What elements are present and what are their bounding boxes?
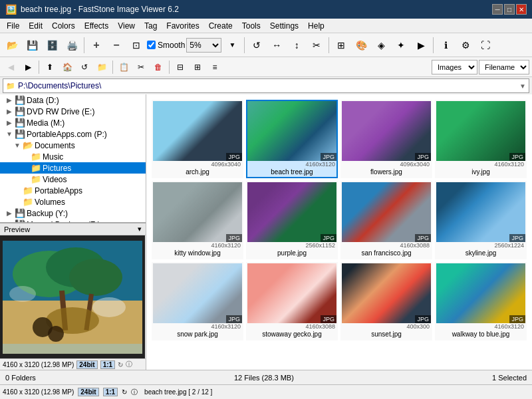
flip-h-button[interactable]: ↔ bbox=[267, 36, 286, 55]
thumb-image-sunset bbox=[342, 263, 431, 323]
nav-newfolder-button[interactable]: 📁 bbox=[94, 59, 110, 75]
tree-item-backup[interactable]: ▶💾Backup (Y:) bbox=[0, 207, 146, 219]
path-dropdown-icon[interactable]: ▼ bbox=[519, 82, 526, 90]
tree-item-music[interactable]: 📁Music bbox=[0, 151, 146, 162]
zoom-out-button[interactable]: − bbox=[107, 36, 126, 55]
pathbar[interactable]: 📁 P:\Documents\Pictures\ ▼ bbox=[3, 78, 529, 93]
menu-create[interactable]: Create bbox=[205, 20, 237, 32]
nav-home-button[interactable]: 🏠 bbox=[59, 59, 75, 75]
sort-select[interactable]: Filename Date Size bbox=[479, 60, 529, 74]
tree-item-dvd[interactable]: ▶💾DVD RW Drive (E:) bbox=[0, 106, 146, 117]
fit-screen-button[interactable]: ⊡ bbox=[127, 36, 146, 55]
slideshow-button[interactable]: ▶ bbox=[412, 36, 430, 55]
info-icon[interactable]: ⓘ bbox=[126, 360, 132, 369]
menu-settings[interactable]: Settings bbox=[266, 20, 303, 32]
info-button[interactable]: ℹ bbox=[436, 36, 455, 55]
nav-move-button[interactable]: ✂ bbox=[133, 59, 149, 75]
zoom-select[interactable]: 5% 10% 25% 50% 75% 100% bbox=[186, 38, 221, 53]
nav-view1-button[interactable]: ⊟ bbox=[172, 59, 188, 75]
menu-tag[interactable]: Tag bbox=[140, 20, 161, 32]
colors-button[interactable]: 🎨 bbox=[352, 36, 370, 55]
maximize-button[interactable]: □ bbox=[504, 4, 515, 15]
open-button[interactable]: 📂 bbox=[3, 36, 21, 55]
menu-view[interactable]: View bbox=[114, 20, 139, 32]
thumb-badge-sf: JPG bbox=[415, 234, 431, 242]
resize-button[interactable]: ⊞ bbox=[332, 36, 350, 55]
preview-image bbox=[0, 235, 145, 358]
zoom-in-button[interactable]: + bbox=[87, 36, 106, 55]
filter-select[interactable]: Images All Files bbox=[432, 60, 477, 74]
svg-point-4 bbox=[69, 259, 122, 296]
thumb-item-skyline[interactable]: JPG2560x1224skyline.jpg bbox=[435, 181, 527, 259]
nav-delete-button[interactable]: 🗑 bbox=[150, 59, 166, 75]
save-button[interactable]: 💾 bbox=[23, 36, 41, 55]
preview-toggle-icon[interactable]: ▾ bbox=[138, 225, 142, 233]
preview-label-bar: Preview ▾ bbox=[0, 223, 146, 235]
effects-button[interactable]: ✦ bbox=[392, 36, 410, 55]
thumb-item-gecko[interactable]: JPG4160x3088stowaway gecko.jpg bbox=[246, 262, 338, 340]
thumb-item-sf[interactable]: JPG4160x3088san francisco.jpg bbox=[340, 181, 432, 259]
tree-item-volumes[interactable]: 📁Volumes bbox=[0, 196, 146, 207]
nav-view2-button[interactable]: ⊞ bbox=[190, 59, 205, 75]
close-button[interactable]: ✕ bbox=[516, 4, 527, 15]
nav-back-button[interactable]: ◀ bbox=[3, 59, 19, 75]
nav-refresh-button[interactable]: ↺ bbox=[76, 59, 92, 75]
rotate-info-icon[interactable]: ↻ bbox=[122, 388, 127, 396]
nav-view3-button[interactable]: ≡ bbox=[207, 59, 223, 75]
thumb-item-purple[interactable]: JPG2560x1152purple.jpg bbox=[246, 181, 338, 259]
tree-item-portableapps2[interactable]: 📁PortableApps bbox=[0, 185, 146, 196]
nav-copy-button[interactable]: 📋 bbox=[116, 59, 132, 75]
thumb-inner-kitty: JPG bbox=[153, 182, 242, 242]
thumb-item-ivy[interactable]: JPG4160x3120ivy.jpg bbox=[435, 100, 527, 178]
menu-help[interactable]: Help bbox=[304, 20, 329, 32]
sharpen-button[interactable]: ◈ bbox=[372, 36, 390, 55]
folder-icon-videos: 📁 bbox=[31, 174, 41, 184]
main-area: ▶💾Data (D:)▶💾DVD RW Drive (E:)▶💾Media (M… bbox=[0, 94, 532, 370]
menu-effects[interactable]: Effects bbox=[80, 20, 112, 32]
folder-icon-music: 📁 bbox=[31, 152, 41, 162]
thumb-item-arch[interactable]: JPG4096x3040arch.jpg bbox=[152, 100, 243, 178]
thumb-item-snow[interactable]: JPG4160x3120snow park.jpg bbox=[152, 262, 243, 340]
menu-tools[interactable]: Tools bbox=[238, 20, 265, 32]
thumb-image-kitty bbox=[153, 182, 242, 242]
thumb-item-kitty[interactable]: JPG4160x3120kitty window.jpg bbox=[152, 181, 243, 259]
smooth-checkbox[interactable] bbox=[147, 41, 156, 49]
tree-item-documents[interactable]: ▼📂Documents bbox=[0, 140, 146, 151]
tree-item-media[interactable]: ▶💾Media (M:) bbox=[0, 117, 146, 128]
thumb-item-flowers[interactable]: JPG4096x3040flowers.jpg bbox=[340, 100, 432, 178]
tree-item-portable[interactable]: ▼💾PortableApps.com (P:) bbox=[0, 128, 146, 140]
preview-container: Preview ▾ bbox=[0, 222, 146, 370]
tree-item-pictures[interactable]: 📁Pictures bbox=[0, 162, 146, 174]
zoom-arrow-button[interactable]: ▼ bbox=[223, 36, 241, 55]
thumb-item-walkway[interactable]: JPG4160x3120walkway to blue.jpg bbox=[435, 262, 527, 340]
flip-v-button[interactable]: ↕ bbox=[287, 36, 306, 55]
nav-up-button[interactable]: ⬆ bbox=[42, 59, 58, 75]
rotate-icon[interactable]: ↻ bbox=[118, 361, 123, 368]
thumb-item-sunset[interactable]: JPG400x300sunset.jpg bbox=[340, 262, 432, 340]
crop-button[interactable]: ✂ bbox=[307, 36, 326, 55]
print-button[interactable]: 🖨️ bbox=[63, 36, 81, 55]
nav-forward-button[interactable]: ▶ bbox=[20, 59, 36, 75]
save-as-button[interactable]: 🗄️ bbox=[43, 36, 61, 55]
menu-edit[interactable]: Edit bbox=[25, 20, 47, 32]
rotate-left-button[interactable]: ↺ bbox=[247, 36, 266, 55]
info-icon2[interactable]: ⓘ bbox=[131, 388, 138, 397]
minimize-button[interactable]: ─ bbox=[492, 4, 503, 15]
fullscreen-button[interactable]: ⛶ bbox=[476, 36, 495, 55]
thumb-item-beach-tree[interactable]: JPG4160x3120beach tree.jpg bbox=[246, 100, 338, 178]
folder-icon-portableapps2: 📁 bbox=[23, 186, 33, 196]
thumb-name-arch: arch.jpg bbox=[153, 168, 242, 177]
status-folders: 0 Folders bbox=[5, 374, 36, 382]
menu-file[interactable]: File bbox=[3, 20, 23, 32]
menu-colors[interactable]: Colors bbox=[48, 20, 79, 32]
thumb-dims-skyline: 2560x1224 bbox=[436, 242, 525, 249]
menu-favorites[interactable]: Favorites bbox=[162, 20, 203, 32]
tree-item-videos[interactable]: 📁Videos bbox=[0, 174, 146, 185]
smooth-label[interactable]: Smooth bbox=[158, 41, 185, 50]
settings-button[interactable]: ⚙ bbox=[456, 36, 475, 55]
info-zoom-badge: 1:1 bbox=[103, 388, 118, 396]
thumb-badge-ivy: JPG bbox=[509, 153, 525, 161]
titlebar-title: beach tree.jpg - FastStone Image Viewer … bbox=[21, 5, 179, 14]
tree-item-data[interactable]: ▶💾Data (D:) bbox=[0, 94, 146, 106]
thumb-name-skyline: skyline.jpg bbox=[436, 249, 525, 258]
